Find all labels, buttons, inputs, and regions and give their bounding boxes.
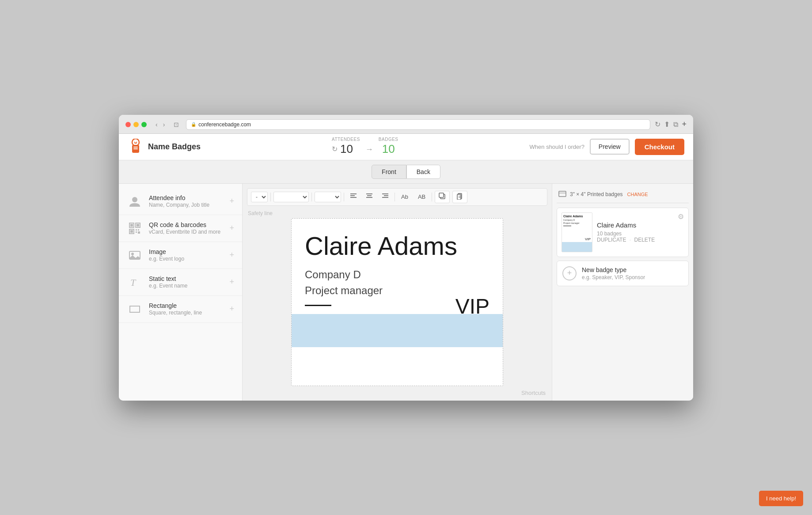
sidebar-item-qr-code[interactable]: QR code & barcodes vCard, Eventbrite ID … — [119, 215, 242, 242]
left-sidebar: Attendee info Name, Company, Job title + — [119, 184, 243, 401]
new-badge-desc: e.g. Speaker, VIP, Sponsor — [582, 274, 645, 280]
badge-type-card: Claire Adams Company D Project manager V… — [557, 208, 689, 257]
thumb-company: Company D — [562, 218, 592, 222]
browser-window: ‹ › ⊡ 🔒 conferencebadge.com ↻ ⬆ ⧉ + — [119, 115, 693, 401]
new-badge-type-card[interactable]: + New badge type e.g. Speaker, VIP, Spon… — [557, 261, 689, 286]
share-button[interactable]: ⬆ — [664, 120, 670, 129]
add-qr-button[interactable]: + — [229, 223, 234, 233]
new-badge-title: New badge type — [582, 266, 645, 273]
duplicate-tab-button[interactable]: ⧉ — [673, 121, 678, 129]
back-button[interactable]: ‹ — [154, 120, 159, 129]
badge-divider — [305, 305, 331, 306]
svg-rect-3 — [133, 148, 138, 149]
sidebar-item-rectangle[interactable]: Rectangle Square, rectangle, line + — [119, 296, 242, 323]
font-size-select[interactable]: - — [251, 192, 268, 202]
badge-canvas[interactable]: Claire Adams Company D Project manager V… — [291, 218, 503, 386]
toolbar-divider-2 — [311, 193, 312, 201]
browser-actions: ↻ ⬆ ⧉ + — [655, 120, 687, 129]
gear-button[interactable]: ⚙ — [678, 212, 684, 221]
preview-button[interactable]: Preview — [590, 139, 630, 155]
maximize-button[interactable] — [141, 122, 147, 127]
change-link[interactable]: CHANGE — [627, 192, 648, 197]
traffic-lights — [125, 122, 147, 127]
lock-icon: 🔒 — [191, 122, 196, 127]
sidebar-text-qr: QR code & barcodes vCard, Eventbrite ID … — [149, 221, 223, 235]
forward-button[interactable]: › — [161, 120, 167, 129]
font-style-select[interactable] — [315, 192, 341, 202]
svg-rect-16 — [138, 231, 140, 234]
sidebar-item-title: Static text — [149, 275, 223, 282]
shortcuts-label: Shortcuts — [521, 390, 547, 396]
new-tab-button[interactable]: + — [682, 120, 687, 129]
app-title: Name Badges — [148, 142, 201, 151]
sidebar-item-title: Rectangle — [149, 302, 223, 309]
close-button[interactable] — [125, 122, 131, 127]
svg-point-5 — [135, 141, 137, 143]
align-right-button[interactable] — [379, 191, 392, 202]
badges-stat: BADGES 10 — [379, 137, 398, 156]
safety-line-label: Safety line — [247, 210, 273, 216]
sidebar-item-static-text[interactable]: T Static text e.g. Event name + — [119, 269, 242, 296]
canvas-area: - — [243, 184, 552, 401]
add-static-text-button[interactable]: + — [229, 277, 234, 287]
text-case-mixed-button[interactable]: Ab — [398, 192, 412, 202]
badge-vip-text: VIP — [455, 294, 489, 318]
add-rectangle-button[interactable]: + — [229, 304, 234, 314]
tab-front[interactable]: Front — [372, 165, 406, 179]
badge-size-icon — [558, 191, 566, 198]
attendees-label: ATTENDEES — [332, 137, 360, 142]
badge-name: Claire Adams — [292, 219, 503, 260]
add-image-button[interactable]: + — [229, 250, 234, 260]
svg-rect-14 — [138, 229, 139, 231]
address-bar[interactable]: 🔒 conferencebadge.com — [186, 119, 650, 130]
badges-label: BADGES — [379, 137, 398, 142]
panel-bottom-area: I need help! — [557, 387, 689, 396]
refresh-button[interactable]: ↻ — [655, 120, 660, 129]
thumb-blue-bar — [562, 242, 592, 252]
nav-buttons: ‹ › — [154, 120, 167, 129]
add-attendee-button[interactable]: + — [229, 197, 234, 206]
sidebar-item-title: QR code & barcodes — [149, 221, 223, 228]
new-badge-info: New badge type e.g. Speaker, VIP, Sponso… — [582, 266, 645, 280]
sidebar-item-image[interactable]: Image e.g. Event logo + — [119, 242, 242, 269]
right-panel-inner: 3" × 4" Printed badges CHANGE Claire Ada… — [557, 188, 689, 396]
tab-back[interactable]: Back — [406, 165, 440, 179]
copy-button[interactable] — [435, 191, 450, 203]
minimize-button[interactable] — [133, 122, 139, 127]
badge-count: 10 badges — [597, 231, 622, 237]
paste-button[interactable] — [452, 191, 467, 203]
image-icon — [127, 247, 143, 263]
logo-icon — [128, 139, 144, 155]
svg-rect-31 — [439, 193, 444, 197]
svg-rect-2 — [133, 147, 138, 148]
person-icon — [127, 193, 143, 209]
badge-type-info: Claire Adams 10 badges DUPLICATE · DELET… — [597, 221, 684, 243]
svg-rect-15 — [136, 231, 137, 233]
sidebar-text-image: Image e.g. Event logo — [149, 248, 223, 262]
sidebar-item-desc: e.g. Event logo — [149, 256, 223, 262]
attendees-value: 10 — [340, 142, 353, 156]
delete-link[interactable]: DELETE — [634, 237, 655, 243]
checkout-button[interactable]: Checkout — [635, 139, 684, 155]
sidebar-item-title: Attendee info — [149, 194, 223, 201]
duplicate-link[interactable]: DUPLICATE — [597, 237, 626, 243]
header-right: When should I order? Preview Checkout — [530, 139, 684, 155]
attendees-stat: ATTENDEES ↻ 10 — [332, 137, 360, 156]
panel-info-bar: 3" × 4" Printed badges CHANGE — [557, 188, 689, 203]
font-family-select[interactable] — [273, 192, 309, 202]
text-icon: T — [127, 274, 143, 290]
qr-icon — [127, 220, 143, 236]
sidebar-text-attendee: Attendee info Name, Company, Job title — [149, 194, 223, 208]
rectangle-icon — [127, 301, 143, 317]
align-center-button[interactable] — [363, 191, 376, 202]
align-left-button[interactable] — [347, 191, 360, 202]
toolbar-divider-3 — [344, 193, 344, 201]
sidebar-item-attendee-info[interactable]: Attendee info Name, Company, Job title + — [119, 188, 242, 215]
text-case-upper-button[interactable]: AB — [414, 192, 429, 202]
thumb-vip: VIP — [585, 237, 591, 241]
svg-rect-33 — [457, 194, 461, 200]
reader-button[interactable]: ⊡ — [171, 120, 182, 129]
thumb-line — [563, 226, 571, 226]
sidebar-item-title: Image — [149, 248, 223, 255]
svg-rect-20 — [130, 306, 140, 312]
